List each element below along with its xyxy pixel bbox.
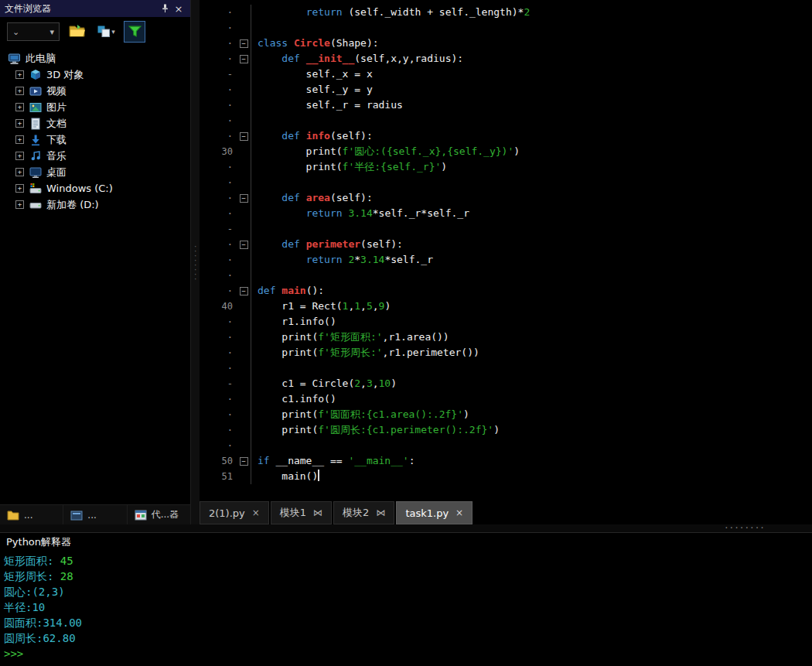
layers-icon-button[interactable]: ▾ [95, 21, 117, 43]
pin-icon[interactable] [158, 2, 172, 15]
line-number: · [200, 237, 237, 252]
expand-toggle-icon[interactable]: + [15, 70, 24, 79]
code-line: ·− def area(self): [200, 190, 812, 206]
code-text: print(f'圆面积:{c1.area():.2f}') [251, 407, 812, 422]
fold-spacer [237, 360, 251, 376]
expand-toggle-icon[interactable]: + [15, 119, 24, 128]
tree-item[interactable]: +桌面 [0, 164, 190, 180]
tree-item[interactable]: +图片 [0, 99, 190, 115]
tree-item[interactable]: 此电脑 [0, 50, 190, 67]
expand-toggle-icon[interactable]: + [15, 200, 24, 209]
expand-toggle-icon[interactable]: + [15, 135, 24, 144]
vertical-splitter[interactable]: ········ [191, 0, 200, 524]
tree-item[interactable]: +音乐 [0, 148, 190, 164]
line-number: · [200, 330, 237, 345]
code-text: self._r = radius [251, 97, 812, 113]
collapse-icon[interactable]: − [240, 194, 248, 203]
tab-close-icon[interactable]: ⋈ [313, 507, 322, 518]
tree-item[interactable]: +文档 [0, 115, 190, 131]
splitter-grip-icon: ········ [193, 244, 197, 282]
tree-item[interactable]: +3D 对象 [0, 67, 190, 83]
collapse-icon[interactable]: − [240, 132, 248, 141]
editor-tab-模块1[interactable]: 模块1⋈ [271, 501, 332, 524]
dropdown-arrow-icon: ▾ [49, 27, 54, 37]
code-line: · [200, 360, 812, 376]
code-line: · print(f'圆面积:{c1.area():.2f}') [200, 407, 812, 422]
tab-close-icon[interactable]: × [252, 507, 260, 518]
console-line: 半径:10 [4, 599, 808, 615]
fold-spacer [237, 144, 251, 159]
code-text: print(f'矩形周长:',r1.perimeter()) [251, 345, 812, 360]
expand-toggle-icon[interactable]: + [15, 152, 24, 160]
editor-tab-task1.py[interactable]: task1.py× [396, 501, 473, 524]
code-text: print(f'圆周长:{c1.perimeter():.2f}') [251, 422, 812, 438]
line-number: 50 [200, 453, 237, 469]
filter-icon-button[interactable] [124, 21, 145, 43]
code-text: self._x = x [251, 67, 812, 82]
fold-toggle[interactable]: − [237, 36, 251, 51]
document-icon [29, 118, 42, 130]
code-line: ·−class Circle(Shape): [200, 36, 812, 51]
fold-toggle[interactable]: − [237, 51, 251, 67]
tree-item-label: 图片 [46, 101, 67, 114]
horizontal-splitter[interactable]: ········ [0, 524, 812, 532]
collapse-icon[interactable]: − [240, 55, 248, 63]
code-line: · [200, 20, 812, 36]
tab-close-icon[interactable]: ⋈ [376, 507, 385, 518]
code-line: · [200, 113, 812, 128]
code-line: 40 r1 = Rect(1,1,5,9) [200, 299, 812, 314]
collapse-icon[interactable]: − [240, 457, 248, 466]
cube-3d-icon [29, 69, 42, 81]
code-browser-dock-icon [135, 510, 147, 521]
line-number: - [200, 221, 237, 237]
code-editor[interactable]: · return (self._width + self._length)*2·… [200, 0, 812, 501]
line-number: · [200, 360, 237, 376]
editor-tab-模块2[interactable]: 模块2⋈ [333, 501, 394, 524]
collapse-icon[interactable]: − [240, 241, 248, 249]
fold-toggle[interactable]: − [237, 283, 251, 299]
fold-spacer [237, 97, 251, 113]
fold-toggle[interactable]: − [237, 190, 251, 206]
tree-item[interactable]: +视频 [0, 83, 190, 99]
code-lines: · return (self._width + self._length)*2·… [200, 0, 812, 484]
fold-toggle[interactable]: − [237, 128, 251, 144]
tree-item-label: 下载 [46, 133, 67, 147]
tree-item-label: 3D 对象 [46, 68, 84, 82]
video-icon [29, 85, 42, 97]
code-line: ·− def __init__(self,x,y,radius): [200, 51, 812, 67]
line-number: · [200, 82, 237, 97]
code-text: return (self._width + self._length)*2 [251, 5, 812, 20]
dock-tab[interactable]: ... [0, 505, 63, 524]
line-number: · [200, 314, 237, 330]
tab-close-icon[interactable]: × [455, 507, 463, 518]
tree-item[interactable]: +Windows (C:) [0, 180, 190, 196]
fold-spacer [237, 67, 251, 82]
close-panel-icon[interactable]: × [172, 2, 186, 15]
fold-spacer [237, 314, 251, 330]
code-line: · return (self._width + self._length)*2 [200, 5, 812, 20]
tree-item[interactable]: +下载 [0, 131, 190, 148]
expand-toggle-icon[interactable]: + [15, 103, 24, 111]
code-text: self._y = y [251, 82, 812, 97]
expand-toggle-icon[interactable]: + [15, 168, 24, 176]
tree-item[interactable]: +新加卷 (D:) [0, 196, 190, 213]
line-number: · [200, 128, 237, 144]
fold-spacer [237, 268, 251, 283]
dock-tab[interactable]: 代...器 [128, 505, 191, 524]
editor-tab-2(1).py[interactable]: 2(1).py× [200, 501, 269, 524]
view-dropdown[interactable]: ⌄▾ [7, 22, 60, 41]
tab-label: 2(1).py [209, 507, 245, 519]
open-folder-icon-button[interactable] [67, 21, 88, 43]
fold-toggle[interactable]: − [237, 453, 251, 469]
collapse-icon[interactable]: − [240, 39, 248, 48]
code-text [251, 438, 812, 453]
fold-toggle[interactable]: − [237, 237, 251, 252]
expand-toggle-icon[interactable]: + [15, 87, 24, 95]
tree-item-label: 新加卷 (D:) [46, 198, 99, 212]
code-line: · [200, 268, 812, 283]
dock-tab[interactable]: ... [63, 505, 127, 524]
expand-toggle-icon[interactable]: + [15, 184, 24, 193]
collapse-icon[interactable]: − [240, 287, 248, 295]
python-console[interactable]: Python解释器 矩形面积: 45矩形周长: 28圆心:(2,3)半径:10圆… [0, 532, 812, 666]
line-number: · [200, 5, 237, 20]
